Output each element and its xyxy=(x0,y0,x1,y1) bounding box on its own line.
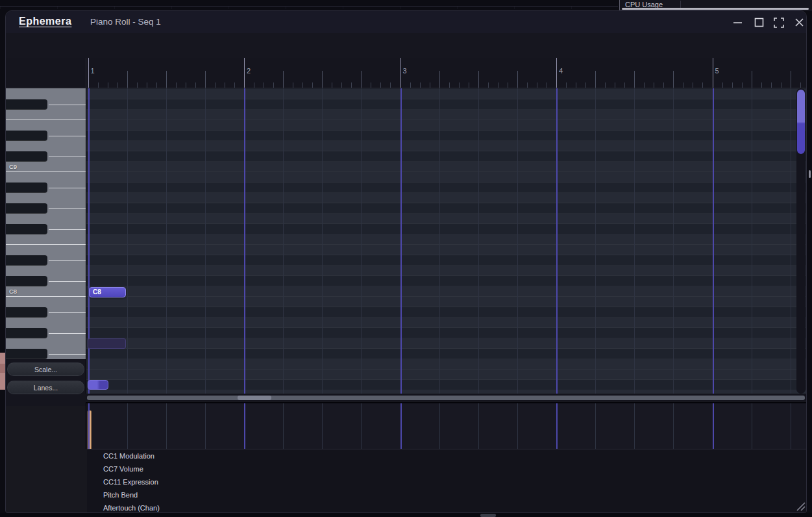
grid-row-A8 xyxy=(86,193,807,203)
piano-key-As8[interactable] xyxy=(6,183,86,193)
piano-key-D8[interactable] xyxy=(6,266,86,276)
ruler-tick xyxy=(742,82,743,88)
beat-line xyxy=(673,403,674,449)
piano-key-D9[interactable] xyxy=(6,141,86,151)
piano-key-B7[interactable] xyxy=(6,297,86,307)
key-separator xyxy=(49,157,86,157)
window-resize-handle[interactable] xyxy=(794,499,806,511)
maximize-button[interactable] xyxy=(752,16,766,29)
ruler-tick xyxy=(449,82,450,88)
ruler-tick xyxy=(254,82,254,88)
cc-menu-item[interactable]: CC1 Modulation xyxy=(87,449,807,462)
piano-key-C9[interactable]: C9 xyxy=(6,162,86,172)
grid-row-F7 xyxy=(86,359,807,370)
black-key xyxy=(6,151,47,161)
title-bar[interactable]: Ephemera Piano Roll - Seq 1 xyxy=(6,11,807,33)
ruler-tick xyxy=(195,82,196,88)
ruler-tick xyxy=(332,82,332,88)
fullscreen-button[interactable] xyxy=(772,16,786,29)
ruler-tick xyxy=(547,82,547,88)
ruler-tick xyxy=(147,82,147,88)
black-key xyxy=(6,131,47,140)
note-Ds7[interactable] xyxy=(88,380,108,390)
beat-line xyxy=(361,88,362,394)
close-button[interactable] xyxy=(792,16,806,29)
piano-key-Cs8[interactable] xyxy=(6,276,86,286)
piano-key-As7[interactable] xyxy=(6,307,86,318)
beat-line xyxy=(791,88,791,394)
ruler-tick xyxy=(595,71,596,88)
ruler-tick xyxy=(244,58,245,88)
ruler-tick xyxy=(215,82,215,88)
cc-menu-item[interactable]: CC7 Volume xyxy=(87,462,807,475)
grid-row-Gs8 xyxy=(86,203,807,214)
ruler-tick xyxy=(322,71,323,88)
ruler-tick xyxy=(98,82,99,88)
host-bottom-strip xyxy=(0,513,812,517)
bar-line xyxy=(244,403,245,449)
piano-key-Fs8[interactable] xyxy=(6,224,86,234)
cc-menu-item[interactable]: Pitch Bend xyxy=(87,488,807,501)
key-separator xyxy=(49,312,86,313)
grid-row-A7 xyxy=(86,318,807,328)
piano-key-G8[interactable] xyxy=(6,214,86,224)
black-key xyxy=(6,255,47,265)
piano-key-A7[interactable] xyxy=(6,318,86,328)
beat-line xyxy=(517,403,518,449)
horizontal-scrollbar-thumb[interactable] xyxy=(87,396,805,400)
beat-line xyxy=(322,403,323,449)
ruler-tick xyxy=(752,71,752,88)
piano-keyboard[interactable]: C9C8 xyxy=(6,88,86,359)
piano-key-Cs9[interactable] xyxy=(6,151,86,162)
scale-button[interactable]: Scale... xyxy=(7,362,84,376)
timeline-ruler[interactable]: 12345 xyxy=(86,58,807,88)
piano-key-A8[interactable] xyxy=(6,193,86,203)
cc-menu-item[interactable]: CC11 Expression xyxy=(87,475,807,488)
piano-key-Fs7[interactable] xyxy=(6,349,86,359)
piano-key-Ds9[interactable] xyxy=(6,131,86,141)
piano-key-Fs9[interactable] xyxy=(6,99,86,110)
horizontal-scrollbar[interactable] xyxy=(86,394,807,401)
lanes-button[interactable]: Lanes... xyxy=(7,381,84,394)
piano-key-B8[interactable] xyxy=(6,172,86,183)
note-C8[interactable]: C8 xyxy=(89,287,126,297)
brand-logo[interactable]: Ephemera xyxy=(19,16,71,27)
ruler-tick xyxy=(566,82,567,88)
beat-line xyxy=(595,88,596,394)
ruler-tick xyxy=(702,82,703,88)
ruler-tick xyxy=(176,82,177,88)
ruler-tick xyxy=(478,71,479,88)
beat-line xyxy=(595,403,596,449)
bar-line xyxy=(556,88,558,394)
ruler-tick xyxy=(88,58,89,88)
ruler-tick xyxy=(576,82,576,88)
bar-number: 5 xyxy=(715,67,719,75)
minimize-button[interactable] xyxy=(730,16,744,29)
host-bottom-marker xyxy=(480,514,496,517)
ruler-tick xyxy=(761,82,762,88)
piano-key-F8[interactable] xyxy=(6,234,86,245)
note-grid[interactable]: C8 xyxy=(86,88,807,394)
vertical-scrollbar-thumb[interactable] xyxy=(797,90,805,154)
ruler-tick xyxy=(527,82,528,88)
piano-key-Ds8[interactable] xyxy=(6,255,86,266)
piano-key-G7[interactable] xyxy=(6,338,86,349)
cc-menu-item[interactable]: Aftertouch (Chan) xyxy=(87,501,807,513)
piano-key-G9[interactable] xyxy=(6,89,86,99)
ruler-tick xyxy=(644,82,645,88)
piano-key-E9[interactable] xyxy=(6,120,86,131)
piano-key-Gs8[interactable] xyxy=(6,203,86,214)
key-separator xyxy=(49,354,86,355)
vertical-scrollbar[interactable] xyxy=(796,88,806,394)
bar-line xyxy=(400,403,402,449)
piano-key-F9[interactable] xyxy=(6,110,86,120)
piano-key-C8[interactable]: C8 xyxy=(6,286,86,297)
velocity-lane[interactable] xyxy=(86,402,807,449)
grid-row-As8 xyxy=(86,183,807,193)
ghost-note-G7 xyxy=(88,338,126,349)
ruler-tick xyxy=(683,82,683,88)
grid-row-Ds7 xyxy=(86,380,807,390)
ruler-tick xyxy=(556,58,557,88)
piano-key-Gs7[interactable] xyxy=(6,328,86,338)
piano-key-E8[interactable] xyxy=(6,245,86,255)
